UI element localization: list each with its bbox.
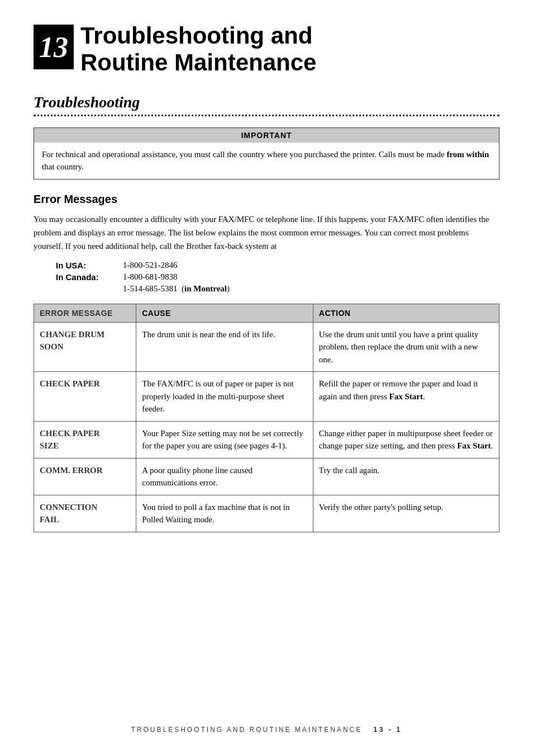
contact-label-montreal — [56, 284, 123, 294]
section-divider — [34, 115, 499, 116]
table-row: CHECK PAPER The FAX/MFC is out of paper … — [34, 372, 499, 422]
subsection-intro: You may occasionally encounter a difficu… — [34, 212, 499, 253]
chapter-number-text: 13 — [39, 31, 68, 64]
action-connection-fail: Verify the other party's polling setup. — [313, 495, 499, 532]
contact-row-montreal: 1-514-685-5381 (in Montreal) — [56, 284, 499, 294]
contact-row-usa: In USA: 1-800-521-2846 — [56, 261, 499, 270]
col-header-error-message: ERROR MESSAGE — [34, 304, 136, 322]
footer-page: 13 - 1 — [373, 725, 402, 734]
page-footer: TROUBLESHOOTING AND ROUTINE MAINTENANCE … — [0, 725, 533, 734]
subsection-title: Error Messages — [34, 193, 499, 206]
error-msg-check-paper: CHECK PAPER — [34, 372, 136, 422]
contact-table: In USA: 1-800-521-2846 In Canada: 1-800-… — [56, 261, 499, 294]
important-body: For technical and operational assistance… — [34, 143, 499, 179]
table-row: CHECK PAPERSIZE Your Paper Size setting … — [34, 421, 499, 458]
error-msg-check-paper-size: CHECK PAPERSIZE — [34, 421, 136, 458]
cause-comm-error: A poor quality phone line caused communi… — [136, 458, 313, 495]
error-msg-connection-fail: CONNECTIONFAIL — [34, 495, 136, 532]
chapter-title: Troubleshooting andRoutine Maintenance — [80, 22, 316, 77]
cause-check-paper-size: Your Paper Size setting may not be set c… — [136, 421, 313, 458]
contact-row-canada: In Canada: 1-800-681-9838 — [56, 272, 499, 282]
important-header: IMPORTANT — [34, 128, 499, 143]
contact-label-usa: In USA: — [56, 261, 123, 270]
action-change-drum: Use the drum unit until you have a print… — [313, 322, 499, 372]
contact-value-canada: 1-800-681-9838 — [123, 272, 178, 282]
action-check-paper-size: Change either paper in multipurpose shee… — [313, 421, 499, 458]
cause-change-drum: The drum unit is near the end of its lif… — [136, 322, 313, 372]
error-msg-comm-error: COMM. ERROR — [34, 458, 136, 495]
col-header-action: ACTION — [313, 304, 499, 322]
action-comm-error: Try the call again. — [313, 458, 499, 495]
action-check-paper: Refill the paper or remove the paper and… — [313, 372, 499, 422]
contact-value-montreal: 1-514-685-5381 (in Montreal) — [123, 284, 230, 294]
table-row: CONNECTIONFAIL You tried to poll a fax m… — [34, 495, 499, 532]
table-row: COMM. ERROR A poor quality phone line ca… — [34, 458, 499, 495]
cause-connection-fail: You tried to poll a fax machine that is … — [136, 495, 313, 532]
important-box: IMPORTANT For technical and operational … — [34, 127, 499, 179]
page-header: 13 Troubleshooting andRoutine Maintenanc… — [34, 22, 499, 77]
cause-check-paper: The FAX/MFC is out of paper or paper is … — [136, 372, 313, 422]
footer-text: TROUBLESHOOTING AND ROUTINE MAINTENANCE — [131, 726, 363, 734]
table-row: CHANGE DRUMSOON The drum unit is near th… — [34, 322, 499, 372]
contact-label-canada: In Canada: — [56, 272, 123, 282]
table-header-row: ERROR MESSAGE CAUSE ACTION — [34, 304, 499, 322]
col-header-cause: CAUSE — [136, 304, 313, 322]
chapter-number: 13 — [34, 25, 74, 69]
contact-value-usa: 1-800-521-2846 — [123, 261, 178, 270]
section-title: Troubleshooting — [34, 93, 499, 111]
error-msg-change-drum: CHANGE DRUMSOON — [34, 322, 136, 372]
error-table: ERROR MESSAGE CAUSE ACTION CHANGE DRUMSO… — [34, 304, 499, 532]
